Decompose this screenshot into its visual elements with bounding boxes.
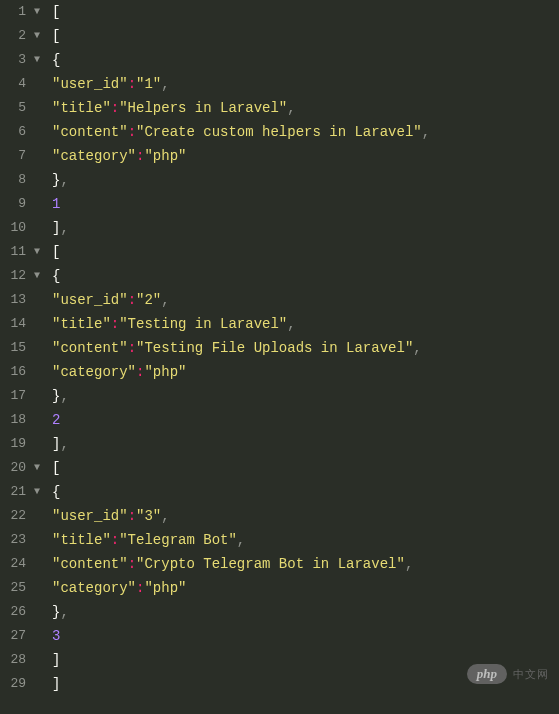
code-line: "content": "Create custom helpers in Lar… [52,120,559,144]
code-line: { [52,480,559,504]
fold-toggle-icon[interactable]: ▼ [30,0,44,24]
code-line: "title": "Testing in Laravel", [52,312,559,336]
line-number: 11 [6,240,26,264]
gutter-row: 25 [0,576,48,600]
code-line: [ [52,456,559,480]
gutter-row: 15 [0,336,48,360]
watermark-badge: php [467,664,507,684]
gutter-row: 18 [0,408,48,432]
gutter-row: 17 [0,384,48,408]
gutter-row: 9 [0,192,48,216]
line-number: 26 [6,600,26,624]
fold-toggle-icon[interactable]: ▼ [30,480,44,504]
line-number: 2 [6,24,26,48]
gutter-row: 16 [0,360,48,384]
gutter-row: 27 [0,624,48,648]
code-line: [ [52,0,559,24]
fold-toggle-icon[interactable]: ▼ [30,456,44,480]
gutter-row: 10 [0,216,48,240]
code-line: "category": "php" [52,576,559,600]
code-line: "category": "php" [52,144,559,168]
line-number: 24 [6,552,26,576]
line-number: 8 [6,168,26,192]
code-line: 1 [52,192,559,216]
gutter-row: 26 [0,600,48,624]
code-line: [ [52,24,559,48]
fold-toggle-icon[interactable]: ▼ [30,48,44,72]
gutter-row: 6 [0,120,48,144]
fold-toggle-icon[interactable]: ▼ [30,24,44,48]
gutter-row: 5 [0,96,48,120]
code-line: "content": "Testing File Uploads in Lara… [52,336,559,360]
gutter-row: 20▼ [0,456,48,480]
line-number: 13 [6,288,26,312]
fold-toggle-icon[interactable]: ▼ [30,264,44,288]
line-number: 17 [6,384,26,408]
line-number: 6 [6,120,26,144]
line-number: 10 [6,216,26,240]
code-line: }, [52,384,559,408]
gutter-row: 13 [0,288,48,312]
line-number: 3 [6,48,26,72]
line-number: 5 [6,96,26,120]
line-number: 28 [6,648,26,672]
code-line: "title": "Telegram Bot", [52,528,559,552]
line-number: 7 [6,144,26,168]
gutter-row: 3▼ [0,48,48,72]
line-number: 29 [6,672,26,696]
line-number: 9 [6,192,26,216]
line-number: 16 [6,360,26,384]
line-number: 18 [6,408,26,432]
line-number: 14 [6,312,26,336]
code-editor: 1▼2▼3▼4567891011▼12▼1314151617181920▼21▼… [0,0,559,714]
line-number-gutter: 1▼2▼3▼4567891011▼12▼1314151617181920▼21▼… [0,0,48,714]
line-number: 22 [6,504,26,528]
gutter-row: 19 [0,432,48,456]
code-line: "user_id": "1", [52,72,559,96]
gutter-row: 2▼ [0,24,48,48]
gutter-row: 21▼ [0,480,48,504]
code-line: 3 [52,624,559,648]
line-number: 15 [6,336,26,360]
code-line: "user_id": "3", [52,504,559,528]
code-line: "content": "Crypto Telegram Bot in Larav… [52,552,559,576]
gutter-row: 8 [0,168,48,192]
watermark-text: 中文网 [513,667,549,682]
line-number: 19 [6,432,26,456]
line-number: 27 [6,624,26,648]
gutter-row: 12▼ [0,264,48,288]
code-line: "user_id": "2", [52,288,559,312]
code-line: { [52,264,559,288]
fold-toggle-icon[interactable]: ▼ [30,240,44,264]
gutter-row: 24 [0,552,48,576]
gutter-row: 1▼ [0,0,48,24]
code-line: [ [52,240,559,264]
code-line: { [52,48,559,72]
code-line: }, [52,600,559,624]
gutter-row: 7 [0,144,48,168]
code-line: "title": "Helpers in Laravel", [52,96,559,120]
gutter-row: 29 [0,672,48,696]
gutter-row: 23 [0,528,48,552]
gutter-row: 22 [0,504,48,528]
gutter-row: 14 [0,312,48,336]
code-line: 2 [52,408,559,432]
code-area: [ [ { "user_id": "1", "title": "Helpers … [48,0,559,714]
line-number: 12 [6,264,26,288]
line-number: 1 [6,0,26,24]
line-number: 4 [6,72,26,96]
gutter-row: 11▼ [0,240,48,264]
code-line: "category": "php" [52,360,559,384]
watermark: php 中文网 [467,664,549,684]
gutter-row: 4 [0,72,48,96]
code-line: }, [52,168,559,192]
code-line: ], [52,432,559,456]
gutter-row: 28 [0,648,48,672]
line-number: 23 [6,528,26,552]
code-line: ], [52,216,559,240]
line-number: 21 [6,480,26,504]
line-number: 25 [6,576,26,600]
line-number: 20 [6,456,26,480]
